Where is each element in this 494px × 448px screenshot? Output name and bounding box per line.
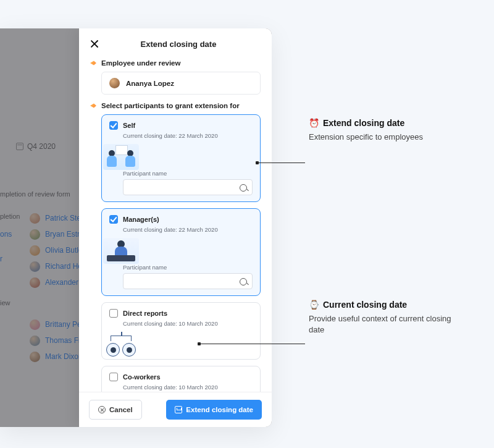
annotation-line (258, 163, 305, 163)
section-pointer-icon (90, 60, 96, 66)
participant-card[interactable]: Co-workersCurrent closing date: 10 March… (101, 366, 261, 392)
callout-subtitle: Provide useful context of current closin… (309, 313, 463, 336)
employee-card: Ananya Lopez (101, 72, 261, 95)
participant-illustration (103, 332, 139, 358)
participant-title: Direct reports (123, 310, 167, 317)
alarm-icon: ⏰ (309, 118, 319, 128)
section-title-employee: Employee under review (101, 59, 180, 67)
participant-card[interactable]: Manager(s)Current closing date: 22 March… (101, 208, 261, 296)
cancel-button[interactable]: Cancel (89, 400, 142, 420)
participant-illustration (103, 238, 139, 264)
section-title-participants: Select participants to grant extension f… (101, 102, 240, 109)
callout-closing-date: ⌚Current closing date Provide useful con… (309, 300, 463, 336)
callout-subtitle: Extension specific to employees (309, 132, 423, 143)
participant-checkbox[interactable] (109, 309, 118, 318)
extend-closing-modal: Extend closing date Employee under revie… (79, 28, 272, 427)
participant-checkbox[interactable] (109, 215, 118, 224)
participant-search-input[interactable] (123, 179, 253, 195)
participant-title: Co-workers (123, 373, 161, 381)
participant-title: Self (123, 122, 135, 129)
callout-title: Current closing date (323, 300, 407, 310)
submit-button[interactable]: Extend closing date (166, 400, 262, 420)
participant-cards: SelfCurrent closing date: 22 March 2020P… (90, 114, 261, 392)
employee-name: Ananya Lopez (126, 80, 174, 87)
participant-card[interactable]: SelfCurrent closing date: 22 March 2020P… (101, 114, 261, 202)
participant-search-label: Participant name (123, 264, 253, 271)
cancel-icon (98, 406, 106, 413)
avatar (109, 78, 120, 88)
participant-checkbox[interactable] (109, 373, 118, 381)
participant-search-input[interactable] (123, 273, 253, 289)
modal-title: Extend closing date (95, 40, 262, 49)
closing-date-text: Current closing date: 10 March 2020 (123, 384, 253, 391)
submit-label: Extend closing date (186, 406, 253, 413)
close-icon[interactable] (89, 38, 100, 49)
callout-title: Extend closing date (323, 118, 404, 128)
section-pointer-icon (90, 103, 96, 109)
participant-illustration (103, 144, 139, 170)
closing-date-text: Current closing date: 10 March 2020 (123, 320, 253, 327)
annotation-line (200, 344, 305, 344)
closing-date-text: Current closing date: 22 March 2020 (123, 226, 253, 233)
app-window: Q4 2020 mpletion of review form pletion … (0, 28, 272, 427)
watch-icon: ⌚ (309, 300, 319, 310)
participant-card[interactable]: Direct reportsCurrent closing date: 10 M… (101, 302, 261, 360)
closing-date-text: Current closing date: 22 March 2020 (123, 132, 253, 139)
participant-title: Manager(s) (123, 216, 159, 223)
modal-footer: Cancel Extend closing date (79, 392, 272, 427)
save-icon (175, 406, 182, 413)
callout-extend: ⏰Extend closing date Extension specific … (309, 118, 423, 143)
participant-checkbox[interactable] (109, 121, 118, 130)
cancel-label: Cancel (109, 406, 133, 413)
participant-search-label: Participant name (123, 170, 253, 177)
